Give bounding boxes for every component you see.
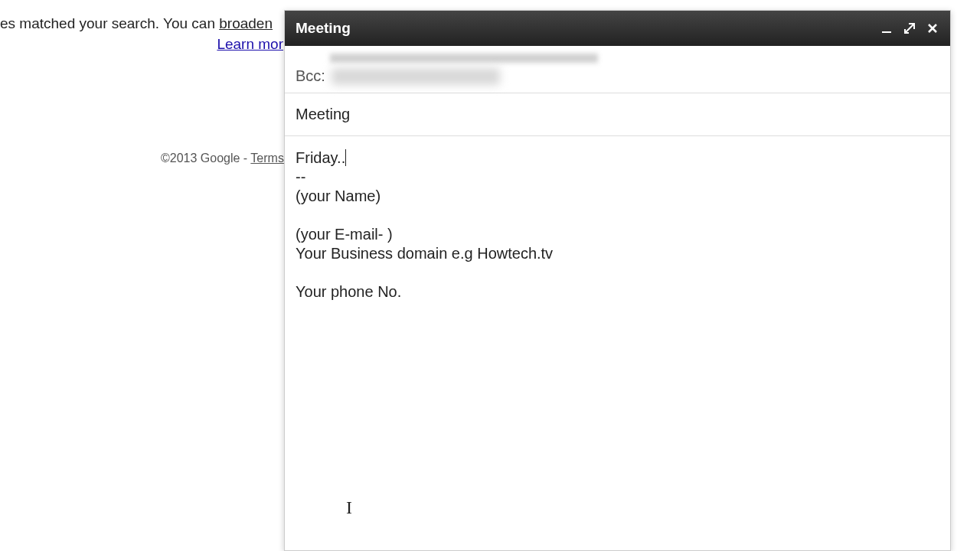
signature-domain: Your Business domain e.g Howtech.tv [296,245,553,262]
to-field-redacted [330,54,598,63]
terms-link[interactable]: Terms [250,152,284,165]
copyright-text: ©2013 Google - [161,152,250,165]
recipients-area[interactable]: Bcc: [285,46,950,93]
signature-email: (your E-mail- ) [296,226,393,243]
signature-separator: -- [296,168,305,185]
compose-title-bar: Meeting [285,11,950,46]
text-cursor [345,149,346,166]
minimize-icon[interactable] [880,21,893,35]
subject-field[interactable]: Meeting [285,93,950,136]
footer: ©2013 Google - Terms [161,152,284,165]
window-controls [880,21,939,35]
search-result-text: es matched your search. You can [0,15,219,31]
background-search-text: es matched your search. You can broaden … [0,14,291,54]
body-line-1: Friday.. [296,149,345,166]
signature-name: (your Name) [296,187,381,204]
compose-body[interactable]: Friday.. -- (your Name) (your E-mail- ) … [285,136,950,550]
signature-phone: Your phone No. [296,283,401,300]
bcc-row: Bcc: [296,67,939,85]
svg-rect-0 [882,31,891,33]
close-icon[interactable] [926,21,939,35]
learn-more-link[interactable]: Learn mor [0,34,291,55]
text-caret-cursor: I [346,497,352,518]
bcc-field-redacted [332,68,500,85]
bcc-label: Bcc: [296,67,325,85]
expand-icon[interactable] [903,21,916,35]
subject-text: Meeting [296,106,350,122]
compose-title: Meeting [296,20,351,37]
broaden-link[interactable]: broaden [219,15,273,31]
compose-window: Meeting Bcc: Meeting Friday.. -- (your N… [284,10,951,551]
